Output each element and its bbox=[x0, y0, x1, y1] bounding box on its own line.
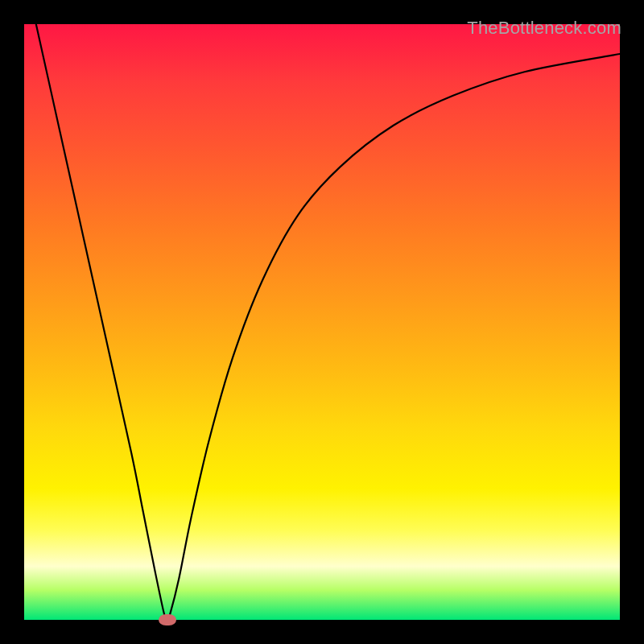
optimal-marker-shape bbox=[159, 614, 176, 625]
watermark-text: TheBottleneck.com bbox=[467, 18, 621, 39]
bottleneck-curve bbox=[24, 24, 620, 620]
chart-frame: TheBottleneck.com bbox=[0, 0, 644, 644]
curve-path bbox=[36, 24, 620, 620]
plot-area bbox=[24, 24, 620, 620]
optimal-marker bbox=[159, 614, 176, 625]
